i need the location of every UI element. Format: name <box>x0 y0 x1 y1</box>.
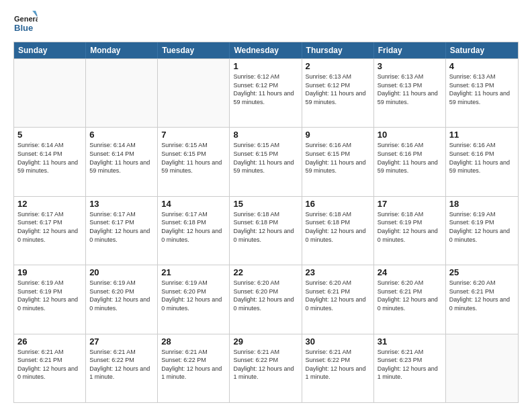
logo: General Blue <box>13 11 38 35</box>
calendar-week-row: 1Sunrise: 6:12 AMSunset: 6:12 PMDaylight… <box>14 58 518 127</box>
calendar-day-cell: 29Sunrise: 6:21 AMSunset: 6:22 PMDayligh… <box>230 334 302 402</box>
calendar-day-cell <box>14 59 86 127</box>
calendar-day-cell: 31Sunrise: 6:21 AMSunset: 6:23 PMDayligh… <box>374 334 446 402</box>
day-info: Sunrise: 6:16 AMSunset: 6:15 PMDaylight:… <box>306 141 370 175</box>
calendar-day-cell: 22Sunrise: 6:20 AMSunset: 6:20 PMDayligh… <box>230 265 302 333</box>
day-number: 9 <box>306 130 370 140</box>
calendar-day-cell <box>446 334 518 402</box>
calendar-day-cell: 7Sunrise: 6:15 AMSunset: 6:15 PMDaylight… <box>158 128 230 195</box>
day-info: Sunrise: 6:13 AMSunset: 6:12 PMDaylight:… <box>306 73 370 106</box>
day-number: 30 <box>306 336 370 347</box>
weekday-header: Wednesday <box>230 42 302 58</box>
day-number: 7 <box>161 130 226 140</box>
calendar-day-cell: 9Sunrise: 6:16 AMSunset: 6:15 PMDaylight… <box>302 128 374 195</box>
calendar-week-row: 26Sunrise: 6:21 AMSunset: 6:21 PMDayligh… <box>14 334 518 402</box>
calendar-day-cell <box>158 59 230 127</box>
day-info: Sunrise: 6:16 AMSunset: 6:16 PMDaylight:… <box>378 141 442 175</box>
day-info: Sunrise: 6:18 AMSunset: 6:18 PMDaylight:… <box>306 210 370 244</box>
day-info: Sunrise: 6:20 AMSunset: 6:21 PMDaylight:… <box>306 279 370 312</box>
day-info: Sunrise: 6:13 AMSunset: 6:13 PMDaylight:… <box>449 73 515 106</box>
day-number: 20 <box>89 267 154 277</box>
day-number: 2 <box>306 61 370 71</box>
day-info: Sunrise: 6:19 AMSunset: 6:19 PMDaylight:… <box>17 279 82 312</box>
calendar-day-cell: 23Sunrise: 6:20 AMSunset: 6:21 PMDayligh… <box>302 265 374 333</box>
day-info: Sunrise: 6:20 AMSunset: 6:21 PMDaylight:… <box>378 279 442 312</box>
calendar-day-cell: 6Sunrise: 6:14 AMSunset: 6:14 PMDaylight… <box>86 128 158 195</box>
calendar-day-cell: 4Sunrise: 6:13 AMSunset: 6:13 PMDaylight… <box>446 59 518 127</box>
day-info: Sunrise: 6:15 AMSunset: 6:15 PMDaylight:… <box>233 141 298 175</box>
day-number: 4 <box>449 61 515 71</box>
weekday-header: Sunday <box>14 42 86 58</box>
calendar-day-cell: 16Sunrise: 6:18 AMSunset: 6:18 PMDayligh… <box>302 197 374 265</box>
day-number: 18 <box>449 199 515 209</box>
day-number: 29 <box>233 336 298 347</box>
day-number: 16 <box>306 199 370 209</box>
day-number: 12 <box>17 199 82 209</box>
day-number: 8 <box>233 130 298 140</box>
day-number: 22 <box>233 267 298 277</box>
day-number: 1 <box>233 61 298 71</box>
calendar-week-row: 12Sunrise: 6:17 AMSunset: 6:17 PMDayligh… <box>14 196 518 265</box>
day-info: Sunrise: 6:14 AMSunset: 6:14 PMDaylight:… <box>17 141 82 175</box>
day-info: Sunrise: 6:21 AMSunset: 6:21 PMDaylight:… <box>17 348 82 381</box>
calendar-day-cell: 5Sunrise: 6:14 AMSunset: 6:14 PMDaylight… <box>14 128 86 195</box>
calendar-body: 1Sunrise: 6:12 AMSunset: 6:12 PMDaylight… <box>14 58 518 402</box>
day-number: 31 <box>378 336 442 347</box>
day-info: Sunrise: 6:21 AMSunset: 6:23 PMDaylight:… <box>378 348 442 381</box>
calendar-week-row: 19Sunrise: 6:19 AMSunset: 6:19 PMDayligh… <box>14 265 518 333</box>
weekday-header: Thursday <box>302 42 374 58</box>
day-number: 6 <box>89 130 154 140</box>
calendar-day-cell: 8Sunrise: 6:15 AMSunset: 6:15 PMDaylight… <box>230 128 302 195</box>
calendar-day-cell: 1Sunrise: 6:12 AMSunset: 6:12 PMDaylight… <box>230 59 302 127</box>
day-number: 24 <box>378 267 442 277</box>
calendar: SundayMondayTuesdayWednesdayThursdayFrid… <box>13 42 519 403</box>
weekday-header: Friday <box>374 42 446 58</box>
calendar-day-cell: 20Sunrise: 6:19 AMSunset: 6:20 PMDayligh… <box>86 265 158 333</box>
day-number: 13 <box>89 199 154 209</box>
calendar-day-cell: 12Sunrise: 6:17 AMSunset: 6:17 PMDayligh… <box>14 197 86 265</box>
day-info: Sunrise: 6:17 AMSunset: 6:17 PMDaylight:… <box>17 210 82 244</box>
weekday-header: Monday <box>86 42 158 58</box>
day-info: Sunrise: 6:20 AMSunset: 6:20 PMDaylight:… <box>233 279 298 312</box>
day-info: Sunrise: 6:14 AMSunset: 6:14 PMDaylight:… <box>89 141 154 175</box>
day-number: 3 <box>378 61 442 71</box>
calendar-day-cell: 21Sunrise: 6:19 AMSunset: 6:20 PMDayligh… <box>158 265 230 333</box>
day-number: 11 <box>449 130 515 140</box>
calendar-day-cell: 3Sunrise: 6:13 AMSunset: 6:13 PMDaylight… <box>374 59 446 127</box>
calendar-day-cell: 10Sunrise: 6:16 AMSunset: 6:16 PMDayligh… <box>374 128 446 195</box>
day-info: Sunrise: 6:21 AMSunset: 6:22 PMDaylight:… <box>306 348 370 381</box>
day-info: Sunrise: 6:21 AMSunset: 6:22 PMDaylight:… <box>233 348 298 381</box>
day-info: Sunrise: 6:21 AMSunset: 6:22 PMDaylight:… <box>89 348 154 381</box>
day-number: 28 <box>161 336 226 347</box>
weekday-header: Saturday <box>446 42 518 58</box>
calendar-day-cell: 14Sunrise: 6:17 AMSunset: 6:18 PMDayligh… <box>158 197 230 265</box>
logo-svg: General Blue <box>13 11 38 35</box>
calendar-day-cell: 30Sunrise: 6:21 AMSunset: 6:22 PMDayligh… <box>302 334 374 402</box>
calendar-day-cell: 28Sunrise: 6:21 AMSunset: 6:22 PMDayligh… <box>158 334 230 402</box>
day-info: Sunrise: 6:17 AMSunset: 6:18 PMDaylight:… <box>161 210 226 244</box>
day-info: Sunrise: 6:18 AMSunset: 6:19 PMDaylight:… <box>378 210 442 244</box>
day-number: 25 <box>449 267 515 277</box>
calendar-day-cell: 17Sunrise: 6:18 AMSunset: 6:19 PMDayligh… <box>374 197 446 265</box>
day-info: Sunrise: 6:19 AMSunset: 6:20 PMDaylight:… <box>89 279 154 312</box>
weekday-header: Tuesday <box>158 42 230 58</box>
day-number: 26 <box>17 336 82 347</box>
day-number: 23 <box>306 267 370 277</box>
day-info: Sunrise: 6:19 AMSunset: 6:19 PMDaylight:… <box>449 210 515 244</box>
calendar-day-cell: 15Sunrise: 6:18 AMSunset: 6:18 PMDayligh… <box>230 197 302 265</box>
day-info: Sunrise: 6:12 AMSunset: 6:12 PMDaylight:… <box>233 73 298 106</box>
day-number: 17 <box>378 199 442 209</box>
calendar-day-cell: 26Sunrise: 6:21 AMSunset: 6:21 PMDayligh… <box>14 334 86 402</box>
day-info: Sunrise: 6:13 AMSunset: 6:13 PMDaylight:… <box>378 73 442 106</box>
day-info: Sunrise: 6:15 AMSunset: 6:15 PMDaylight:… <box>161 141 226 175</box>
calendar-day-cell <box>86 59 158 127</box>
day-number: 5 <box>17 130 82 140</box>
calendar-day-cell: 11Sunrise: 6:16 AMSunset: 6:16 PMDayligh… <box>446 128 518 195</box>
calendar-day-cell: 24Sunrise: 6:20 AMSunset: 6:21 PMDayligh… <box>374 265 446 333</box>
calendar-day-cell: 27Sunrise: 6:21 AMSunset: 6:22 PMDayligh… <box>86 334 158 402</box>
day-info: Sunrise: 6:21 AMSunset: 6:22 PMDaylight:… <box>161 348 226 381</box>
day-number: 10 <box>378 130 442 140</box>
day-number: 19 <box>17 267 82 277</box>
calendar-week-row: 5Sunrise: 6:14 AMSunset: 6:14 PMDaylight… <box>14 127 518 195</box>
calendar-day-cell: 25Sunrise: 6:20 AMSunset: 6:21 PMDayligh… <box>446 265 518 333</box>
